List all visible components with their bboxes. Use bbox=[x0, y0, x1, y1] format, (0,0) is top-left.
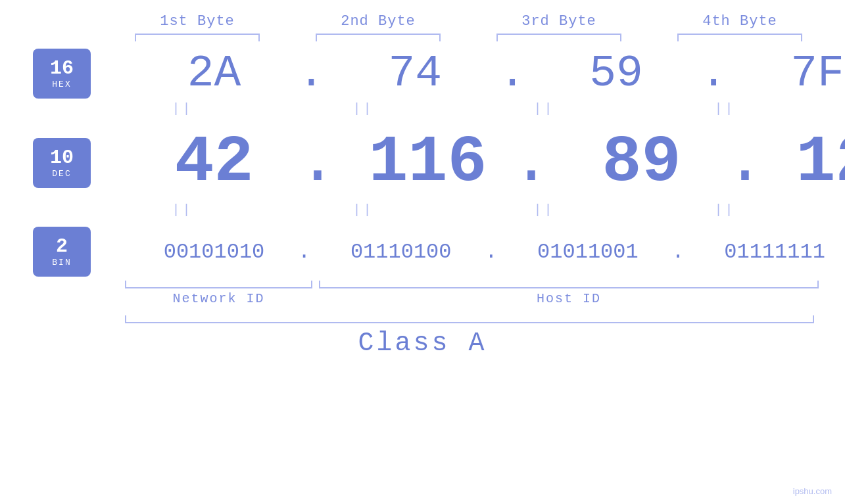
eq2-4: || bbox=[635, 202, 815, 218]
byte1-label: 1st Byte bbox=[107, 13, 288, 30]
eq2-3: || bbox=[454, 202, 635, 218]
hex-byte1: 2A bbox=[124, 48, 304, 99]
class-bracket-row bbox=[0, 315, 845, 323]
bracket-cell-1 bbox=[107, 34, 288, 41]
class-label: Class A bbox=[358, 329, 487, 358]
bin-val-3: 01011001 bbox=[537, 240, 639, 264]
bin-val-1: 00101010 bbox=[164, 240, 265, 264]
bin-dot-2: . bbox=[485, 240, 497, 264]
hex-badge: 16 HEX bbox=[33, 49, 91, 99]
hex-byte3: 59 bbox=[526, 48, 707, 99]
dec-dot-2: . bbox=[512, 126, 551, 200]
byte4-label: 4th Byte bbox=[650, 13, 831, 30]
hex-val-1: 2A bbox=[187, 48, 241, 99]
bracket-top-3 bbox=[496, 34, 621, 41]
eq1-2: || bbox=[273, 101, 454, 116]
byte3-label: 3rd Byte bbox=[469, 13, 650, 30]
byte-labels: 1st Byte 2nd Byte 3rd Byte 4th Byte bbox=[0, 13, 845, 30]
bin-val-2: 01110100 bbox=[350, 240, 452, 264]
dec-byte4: 127 bbox=[765, 126, 845, 200]
hex-base-label: HEX bbox=[52, 80, 71, 89]
dec-values-row: 42 . 116 . 89 . 127 bbox=[91, 126, 845, 200]
eq1-4: || bbox=[635, 101, 815, 116]
top-brackets bbox=[0, 34, 845, 41]
hex-byte2: 74 bbox=[325, 48, 506, 99]
hex-val-4: 7F bbox=[790, 48, 844, 99]
host-bracket bbox=[319, 281, 819, 288]
dec-base-label: DEC bbox=[52, 169, 71, 179]
eq2-2: || bbox=[273, 202, 454, 218]
bottom-brackets bbox=[0, 281, 845, 288]
bracket-cell-3 bbox=[469, 34, 650, 41]
host-id-label: Host ID bbox=[319, 291, 819, 306]
bracket-cell-2 bbox=[288, 34, 469, 41]
bin-byte2: 01110100 bbox=[310, 240, 491, 264]
equals-row-1: || || || || bbox=[0, 101, 845, 116]
bin-base-number: 2 bbox=[56, 236, 68, 258]
bin-values-row: 00101010 . 01110100 . 01011001 . 0111111… bbox=[91, 240, 845, 264]
dec-byte3: 89 bbox=[551, 126, 732, 200]
network-bracket bbox=[125, 281, 312, 288]
dec-section: 10 DEC 42 . 116 . 89 . 127 bbox=[0, 126, 845, 200]
dec-val-4: 127 bbox=[796, 126, 845, 200]
eq1-1: || bbox=[92, 101, 273, 116]
dec-val-2: 116 bbox=[369, 126, 487, 200]
bin-byte4: 01111111 bbox=[685, 240, 845, 264]
bin-section: 2 BIN 00101010 . 01110100 . 01011001 . 0… bbox=[0, 227, 845, 277]
dec-badge: 10 DEC bbox=[33, 138, 91, 188]
hex-dot-2: . bbox=[499, 48, 526, 99]
hex-val-2: 74 bbox=[389, 48, 443, 99]
hex-byte4: 7F bbox=[727, 48, 845, 99]
bin-val-4: 01111111 bbox=[724, 240, 825, 264]
class-label-row: Class A bbox=[358, 329, 487, 358]
dec-dot-1: . bbox=[298, 126, 337, 200]
bracket-top-4 bbox=[677, 34, 802, 41]
bin-dot-3: . bbox=[671, 240, 684, 264]
byte2-label: 2nd Byte bbox=[288, 13, 469, 30]
dec-byte1: 42 bbox=[124, 126, 304, 200]
dec-base-number: 10 bbox=[50, 147, 74, 169]
hex-base-number: 16 bbox=[50, 58, 74, 80]
hex-dot-3: . bbox=[700, 48, 727, 99]
eq1-3: || bbox=[454, 101, 635, 116]
main-container: 1st Byte 2nd Byte 3rd Byte 4th Byte 16 H… bbox=[0, 0, 845, 504]
network-host-labels: Network ID Host ID bbox=[0, 291, 845, 306]
dec-val-1: 42 bbox=[174, 126, 253, 200]
hex-val-3: 59 bbox=[589, 48, 643, 99]
hex-dot-1: . bbox=[298, 48, 325, 99]
bin-base-label: BIN bbox=[52, 258, 71, 267]
hex-section: 16 HEX 2A . 74 . 59 . 7F bbox=[0, 48, 845, 99]
dec-val-3: 89 bbox=[602, 126, 681, 200]
bin-byte3: 01011001 bbox=[497, 240, 678, 264]
bin-badge: 2 BIN bbox=[33, 227, 91, 277]
dec-byte2: 116 bbox=[337, 126, 518, 200]
bin-byte1: 00101010 bbox=[124, 240, 304, 264]
class-bracket bbox=[125, 315, 814, 323]
bracket-cell-4 bbox=[650, 34, 831, 41]
bracket-top-2 bbox=[316, 34, 441, 41]
eq2-1: || bbox=[92, 202, 273, 218]
bin-dot-1: . bbox=[298, 240, 310, 264]
equals-row-2: || || || || bbox=[0, 202, 845, 218]
dec-dot-3: . bbox=[725, 126, 765, 200]
network-id-label: Network ID bbox=[125, 291, 312, 306]
hex-values-row: 2A . 74 . 59 . 7F bbox=[91, 48, 845, 99]
bracket-top-1 bbox=[135, 34, 260, 41]
watermark: ipshu.com bbox=[793, 486, 832, 496]
